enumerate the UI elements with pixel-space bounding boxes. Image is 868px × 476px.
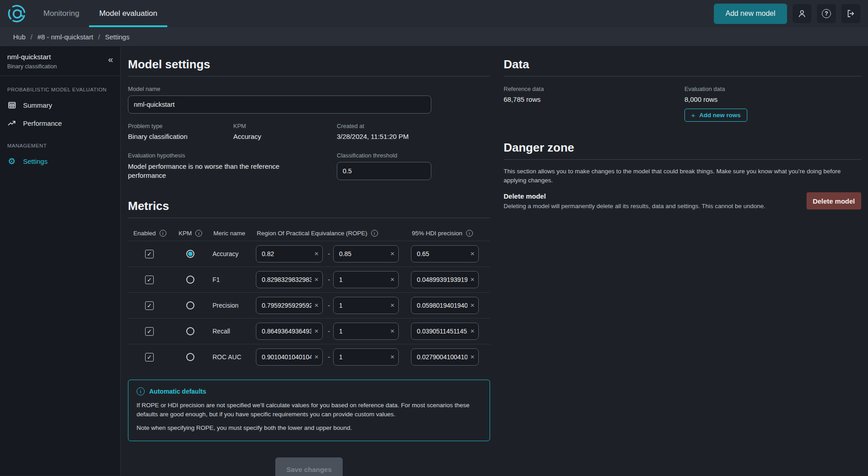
col-metric-name-label: Meric name [213,230,245,237]
enabled-checkbox[interactable]: ✓ [145,276,154,284]
metrics-table-header: Enabled i KPM i Meric name Region Of Pra… [128,225,490,241]
kpm-radio[interactable] [186,276,194,284]
rope-lower-input[interactable] [256,348,323,366]
settings-gear-icon: ⚙ [7,157,16,166]
sidebar-item-label: Summary [23,101,52,109]
rope-lower-input[interactable] [256,297,323,314]
kpm-radio[interactable] [186,301,194,309]
sidebar-section-title: PROBABILISTIC MODEL EVALUATION [7,87,113,92]
clear-icon[interactable]: ✕ [470,328,475,334]
clear-icon[interactable]: ✕ [470,251,475,257]
clear-icon[interactable]: ✕ [314,354,319,360]
rope-lower-input[interactable] [256,271,323,288]
hdi-precision-input[interactable] [411,348,479,366]
model-name-label: Model name [128,86,490,92]
sidebar-collapse-icon[interactable]: « [108,55,113,70]
kpm-radio[interactable] [186,327,194,335]
divider [128,76,490,76]
add-new-model-button[interactable]: Add new model [714,4,787,24]
hdi-precision-input[interactable] [411,297,479,314]
clear-icon[interactable]: ✕ [390,251,395,257]
created-at-value: 3/28/2024, 11:51:20 PM [337,133,490,140]
enabled-checkbox[interactable]: ✓ [145,301,154,310]
data-column: Data Reference data 68,785 rows Evaluati… [504,54,861,476]
user-icon [797,9,807,19]
clear-icon[interactable]: ✕ [314,251,319,257]
breadcrumb-separator: / [31,33,33,41]
divider [504,159,861,160]
clear-icon[interactable]: ✕ [314,328,319,334]
clear-icon[interactable]: ✕ [470,354,475,360]
info-icon[interactable]: i [195,230,202,237]
enabled-checkbox[interactable]: ✓ [145,327,154,336]
sidebar-section-title: MANAGEMENT [7,143,113,148]
clear-icon[interactable]: ✕ [390,302,395,309]
logout-button[interactable] [841,4,860,23]
rope-upper-input[interactable] [333,323,399,340]
info-icon[interactable]: i [466,230,473,237]
metric-row-recall: ✓ Recall ✕ - ✕ ✕ [128,318,490,344]
info-icon[interactable]: i [371,230,378,237]
model-name-input[interactable] [128,95,431,114]
hdi-precision-input[interactable] [411,323,479,340]
breadcrumb-hub[interactable]: Hub [13,33,26,41]
enabled-checkbox[interactable]: ✓ [145,250,154,258]
clear-icon[interactable]: ✕ [390,328,395,334]
kpm-radio[interactable] [186,250,194,258]
sidebar-item-label: Settings [23,157,47,165]
clear-icon[interactable]: ✕ [470,276,475,283]
hdi-precision-input[interactable] [411,245,479,262]
rope-lower-input[interactable] [256,245,323,262]
rope-upper-input[interactable] [333,297,399,314]
check-icon: ✓ [147,328,152,334]
rope-upper-input[interactable] [333,245,399,262]
col-hdi-label: 95% HDI precision [412,230,462,237]
logout-icon [846,9,856,19]
tab-monitoring[interactable]: Monitoring [33,0,89,27]
sidebar-item-settings[interactable]: ⚙ Settings [0,152,120,170]
tab-model-evaluation[interactable]: Model evaluation [89,0,167,27]
rope-lower-input[interactable] [256,323,323,340]
kpm-radio[interactable] [186,353,194,361]
topbar-actions: Add new model ? [714,0,868,27]
delete-model-button[interactable]: Delete model [807,192,861,209]
col-enabled-label: Enabled [133,230,156,237]
info-icon: i [137,387,145,395]
logo-icon [7,4,27,24]
sidebar-item-label: Performance [23,119,62,127]
problem-type-label: Problem type [128,123,233,129]
add-new-rows-button[interactable]: + Add new rows [684,109,747,122]
model-settings-column: Model settings Model name Problem type B… [128,54,490,476]
danger-zone-description: This section allows you to make changes … [504,167,861,185]
evaluation-data-label: Evaluation data [684,86,861,92]
metric-name: ROC AUC [208,353,256,361]
sidebar: nml-quickstart Binary classification « P… [0,47,121,476]
clear-icon[interactable]: ✕ [390,354,395,360]
help-button[interactable]: ? [817,4,836,23]
plus-icon: + [691,111,695,119]
info-icon[interactable]: i [160,230,166,237]
user-account-button[interactable] [793,4,811,23]
classification-threshold-input[interactable] [337,162,431,180]
rope-upper-input[interactable] [333,271,399,288]
sidebar-item-performance[interactable]: Performance [0,114,120,132]
hdi-precision-input[interactable] [411,271,479,288]
enabled-checkbox[interactable]: ✓ [145,353,154,362]
sidebar-item-summary[interactable]: Summary [0,96,120,114]
breadcrumb-model[interactable]: #8 - nml-quickstart [38,33,93,41]
metric-row-roc-auc: ✓ ROC AUC ✕ - ✕ ✕ [128,344,490,370]
clear-icon[interactable]: ✕ [314,302,319,309]
metric-row-precision: ✓ Precision ✕ - ✕ ✕ [128,292,490,318]
reference-data-label: Reference data [504,86,684,92]
hypothesis-value: Model performance is no worse than the r… [128,162,300,180]
breadcrumb: Hub / #8 - nml-quickstart / Settings [0,27,868,47]
nannyml-logo[interactable] [0,0,33,27]
save-changes-button[interactable]: Save changes [275,457,342,476]
rope-upper-input[interactable] [333,348,399,366]
clear-icon[interactable]: ✕ [390,276,395,283]
evaluation-data-value: 8,000 rows [684,95,861,103]
breadcrumb-settings[interactable]: Settings [105,33,129,41]
sidebar-model-header: nml-quickstart Binary classification « [0,47,120,76]
clear-icon[interactable]: ✕ [470,302,475,309]
clear-icon[interactable]: ✕ [314,276,319,283]
